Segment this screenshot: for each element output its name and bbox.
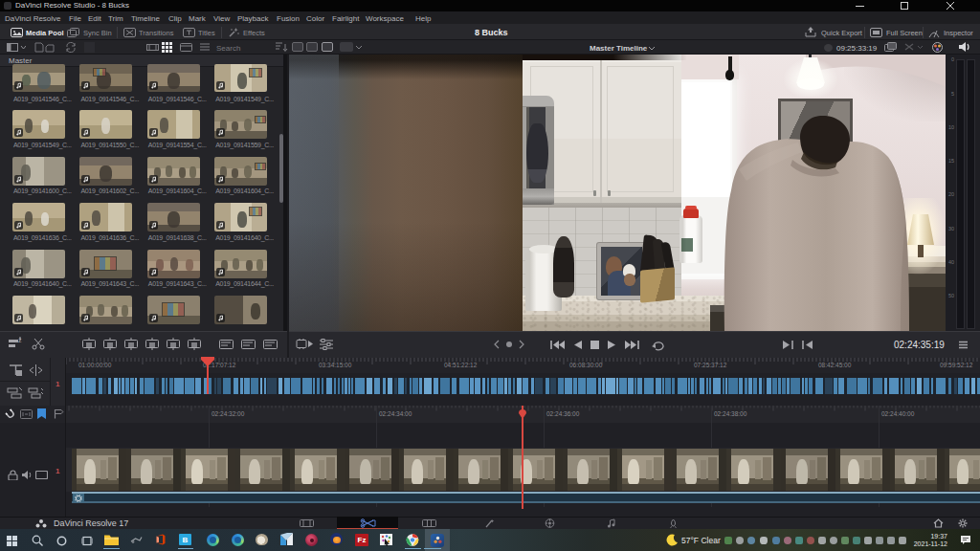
svg-text:z: z xyxy=(18,337,22,343)
